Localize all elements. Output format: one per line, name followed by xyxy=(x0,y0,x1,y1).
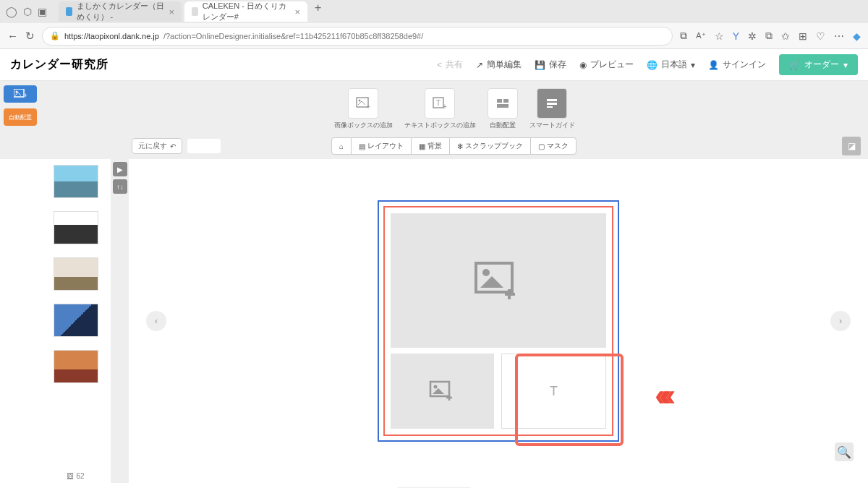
home-icon: ⌂ xyxy=(339,142,344,150)
top-toolbar: + 画像ボックスの追加 T+ テキストボックスの追加 自動配置 xyxy=(41,81,868,137)
address-bar: ← ↻ 🔒 https://taopixonl.dank.ne.jp/?acti… xyxy=(0,23,868,49)
refresh-button[interactable]: ↻ xyxy=(25,30,35,43)
tab-title: ましかくカレンダー（日めくり） - xyxy=(77,1,165,22)
mask-icon: ▢ xyxy=(538,142,545,150)
svg-rect-13 xyxy=(547,103,557,105)
auto-layout-sidebar-button[interactable]: 自動配置 xyxy=(4,108,37,126)
svg-text:+: + xyxy=(366,103,370,110)
order-button[interactable]: 🛒オーダー▾ xyxy=(779,54,858,75)
extension-y-icon[interactable]: Y xyxy=(733,30,739,42)
panel-icon: ◪ xyxy=(848,141,856,151)
auto-arrange-button[interactable] xyxy=(488,88,518,119)
image-placeholder-small[interactable] xyxy=(391,354,494,429)
scrapbook-tab[interactable]: ✻スクラップブック xyxy=(449,137,531,155)
image-thumbnail[interactable] xyxy=(54,211,98,244)
heart-icon[interactable]: ♡ xyxy=(816,30,825,42)
home-button[interactable]: ⌂ xyxy=(331,137,352,155)
tool-label: テキストボックスの追加 xyxy=(404,121,476,130)
smart-guide-button[interactable] xyxy=(537,88,567,119)
svg-rect-11 xyxy=(497,104,509,108)
svg-rect-10 xyxy=(503,99,509,103)
next-page-button[interactable]: › xyxy=(830,311,851,331)
add-image-box-button[interactable]: + xyxy=(348,88,378,119)
easy-edit-button[interactable]: ↗簡単編集 xyxy=(476,59,522,71)
sort-icon: ↑↓ xyxy=(116,183,124,191)
mask-tab[interactable]: ▢マスク xyxy=(530,137,576,155)
panel-toggle-button[interactable]: ◪ xyxy=(842,137,861,155)
svg-rect-12 xyxy=(547,99,557,101)
reader-icon[interactable]: ⧉ xyxy=(680,30,687,42)
language-selector[interactable]: 🌐日本語▾ xyxy=(647,59,695,71)
new-tab-button[interactable]: + xyxy=(310,1,326,22)
share-button[interactable]: <共有 xyxy=(437,59,463,71)
extensions-icon[interactable]: ✲ xyxy=(748,30,757,42)
image-count: 🖼62 xyxy=(64,469,87,483)
svg-point-16 xyxy=(482,269,490,276)
zoom-icon: 🔍 xyxy=(837,445,851,459)
save-button[interactable]: 💾保存 xyxy=(535,59,566,71)
back-button[interactable]: ← xyxy=(7,30,18,42)
tool-label: 自動配置 xyxy=(490,121,516,130)
app-icon[interactable]: ⊞ xyxy=(799,30,807,42)
tool-label: 画像ボックスの追加 xyxy=(334,121,393,130)
page-frame[interactable]: T «« xyxy=(378,200,619,442)
favicon-icon xyxy=(192,7,198,16)
background-tab[interactable]: ▦背景 xyxy=(411,137,450,155)
workspace-icon[interactable]: ⬡ xyxy=(23,6,32,17)
favorites-bar-icon[interactable]: ✩ xyxy=(781,30,790,42)
signin-button[interactable]: 👤サインイン xyxy=(708,59,766,71)
canvas[interactable]: ‹ › 🔍 T «« xyxy=(129,159,868,483)
url-path: /?action=OnlineDesigner.initialise&ref=1… xyxy=(163,32,423,40)
favorite-icon[interactable]: ☆ xyxy=(715,30,724,42)
image-icon: 🖼 xyxy=(67,472,74,480)
favicon-icon xyxy=(66,7,72,16)
prev-page-button[interactable]: ‹ xyxy=(146,311,166,331)
collections-icon[interactable]: ⧉ xyxy=(765,30,773,42)
edit-icon: ↗ xyxy=(476,60,483,70)
image-thumbnail[interactable] xyxy=(54,350,98,383)
svg-rect-9 xyxy=(497,99,502,103)
layout-tab[interactable]: ▤レイアウト xyxy=(351,137,412,155)
image-placeholder-large[interactable] xyxy=(391,213,606,348)
sort-button[interactable]: ↑↓ xyxy=(113,179,127,194)
image-thumbnail[interactable] xyxy=(54,304,98,337)
globe-icon: 🌐 xyxy=(647,60,658,70)
expand-panel-button[interactable]: ▶ xyxy=(113,162,127,176)
close-icon[interactable]: × xyxy=(169,7,174,17)
logo: カレンダー研究所 xyxy=(10,57,109,72)
tab-title: CALEKEN - 日めくりカレンダー# xyxy=(203,1,291,22)
scrapbook-icon: ✻ xyxy=(457,142,463,150)
chevron-down-icon: ▾ xyxy=(843,60,848,70)
browser-tab[interactable]: CALEKEN - 日めくりカレンダー# × xyxy=(184,1,307,22)
redo-button[interactable] xyxy=(187,138,221,154)
add-image-sidebar-button[interactable]: + xyxy=(4,85,37,103)
svg-text:+: + xyxy=(443,103,447,110)
browser-tab-bar: ◯ ⬡ ▣ ましかくカレンダー（日めくり） - × CALEKEN - 日めくり… xyxy=(0,0,868,23)
chevron-down-icon: ▾ xyxy=(691,60,695,70)
copilot-icon[interactable]: ◆ xyxy=(853,30,861,42)
text-placeholder[interactable]: T xyxy=(501,354,606,429)
image-thumbnail[interactable] xyxy=(54,257,98,291)
undo-button[interactable]: 元に戻す↶ xyxy=(132,138,182,154)
preview-button[interactable]: ◉プレビュー xyxy=(579,59,634,71)
menu-icon[interactable]: ⋯ xyxy=(834,30,844,42)
zoom-in-button[interactable]: 🔍 xyxy=(835,442,854,461)
text-size-icon[interactable]: A⁺ xyxy=(696,31,705,40)
sidebar-toggle-icon[interactable]: ▣ xyxy=(38,6,47,17)
svg-point-18 xyxy=(433,385,437,389)
image-thumbnail[interactable] xyxy=(54,165,98,198)
save-icon: 💾 xyxy=(535,60,545,70)
app-header: カレンダー研究所 <共有 ↗簡単編集 💾保存 ◉プレビュー 🌐日本語▾ 👤サイン… xyxy=(0,49,868,81)
svg-text:T: T xyxy=(436,99,441,107)
url-input[interactable]: 🔒 https://taopixonl.dank.ne.jp/?action=O… xyxy=(42,27,673,46)
share-icon: < xyxy=(437,60,442,70)
browser-tab[interactable]: ましかくカレンダー（日めくり） - × xyxy=(59,1,182,22)
svg-point-4 xyxy=(359,100,361,102)
close-icon[interactable]: × xyxy=(294,7,300,17)
image-thumbnails: 🖼62 xyxy=(41,159,111,483)
profile-icon[interactable]: ◯ xyxy=(6,6,17,17)
add-text-box-button[interactable]: T+ xyxy=(425,88,455,119)
cart-icon: 🛒 xyxy=(789,60,800,70)
main-area: 🖼62 ▶ ↑↓ ‹ › 🔍 T «« xyxy=(0,159,868,483)
tool-label: スマートガイド xyxy=(529,121,575,130)
